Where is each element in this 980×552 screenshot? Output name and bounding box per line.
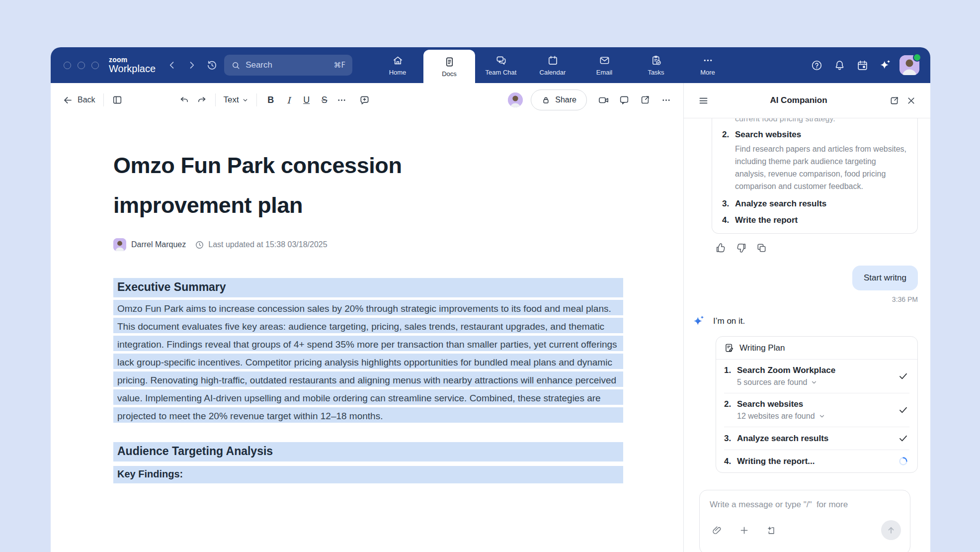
step-detail[interactable]: 5 sources are found	[737, 378, 892, 387]
message-composer[interactable]	[699, 490, 910, 552]
tab-label: Calendar	[540, 69, 566, 76]
author-name: Darrel Marquez	[131, 240, 186, 249]
ellipsis-icon	[661, 95, 671, 105]
tab-calendar[interactable]: Calendar	[527, 47, 578, 83]
collaborator-avatar[interactable]	[508, 92, 523, 107]
tab-team-chat[interactable]: Team Chat	[475, 47, 527, 83]
tab-more[interactable]: More	[682, 47, 734, 83]
chat-bubble-icon	[619, 94, 630, 105]
tab-label: More	[700, 69, 715, 76]
paperclip-icon	[712, 525, 723, 536]
step-number: 4.	[724, 457, 737, 466]
thumbs-up-button[interactable]	[715, 242, 727, 254]
plus-icon	[739, 525, 749, 536]
writing-plan-card: Writing Plan 1. Search Zoom Workplace 5 …	[716, 336, 918, 473]
nav-forward-button[interactable]	[183, 57, 200, 74]
text-style-label: Text	[224, 95, 239, 105]
window-minimize-button[interactable]	[78, 62, 85, 69]
redo-button[interactable]	[193, 92, 210, 108]
composer-toolbar	[709, 520, 901, 540]
send-message-button[interactable]	[881, 520, 901, 540]
step-done-check-icon	[898, 371, 908, 381]
open-external-icon	[640, 94, 651, 105]
avatar-photo	[113, 238, 126, 251]
user-avatar[interactable]	[899, 55, 919, 75]
thumbs-down-button[interactable]	[735, 242, 747, 254]
executive-summary-paragraph[interactable]: Omzo Fun Park aims to increase concessio…	[113, 300, 623, 425]
step-number: 3.	[722, 199, 735, 209]
add-content-button[interactable]	[735, 522, 752, 539]
add-comment-button[interactable]	[356, 92, 373, 108]
chevron-down-icon	[818, 413, 825, 420]
insert-to-doc-button[interactable]	[762, 522, 779, 539]
tab-email[interactable]: Email	[578, 47, 630, 83]
attach-file-button[interactable]	[709, 522, 726, 539]
window-close-button[interactable]	[64, 62, 71, 69]
document-meta: Darrel Marquez Last updated at 15:38 03/…	[113, 238, 683, 251]
history-button[interactable]	[203, 57, 220, 74]
schedule-button[interactable]	[854, 57, 871, 74]
writing-plan-step-2: 2. Search websites 12 websites are found	[716, 393, 917, 427]
undo-button[interactable]	[176, 92, 193, 108]
message-feedback	[715, 242, 918, 254]
last-updated: Last updated at 15:38 03/18/2025	[195, 240, 327, 250]
divider	[215, 93, 216, 106]
open-in-new-window-button[interactable]	[637, 92, 653, 108]
search-placeholder: Search	[245, 60, 272, 70]
ai-companion-button[interactable]	[877, 57, 894, 74]
pop-out-button[interactable]	[886, 92, 902, 109]
chat-button[interactable]	[616, 92, 633, 108]
tab-home[interactable]: Home	[372, 47, 423, 83]
close-panel-button[interactable]	[902, 92, 919, 109]
writing-plan-icon	[724, 343, 735, 353]
more-options-button[interactable]	[657, 92, 674, 108]
window-zoom-button[interactable]	[91, 62, 99, 69]
arrow-left-icon	[63, 95, 73, 105]
toggle-sidebar-button[interactable]	[109, 92, 126, 108]
bold-button[interactable]: B	[262, 91, 280, 109]
text-style-dropdown[interactable]: Text	[221, 94, 251, 105]
copy-button[interactable]	[755, 242, 767, 254]
tab-label: Tasks	[648, 69, 664, 76]
menu-button[interactable]	[695, 92, 712, 109]
share-label: Share	[555, 95, 576, 104]
underline-button[interactable]: U	[298, 91, 316, 109]
app-tabs: Home Docs Team Chat Calendar Email Tasks	[372, 47, 734, 83]
share-button[interactable]: Share	[531, 90, 587, 110]
step-detail-text: 5 sources are found	[737, 378, 807, 387]
step-number: 4.	[722, 215, 735, 225]
divider	[103, 93, 104, 106]
writing-plan-step-1: 1. Search Zoom Workplace 5 sources are f…	[716, 360, 917, 393]
key-findings-heading[interactable]: Key Findings:	[113, 466, 623, 483]
section-heading-executive-summary[interactable]: Executive Summary	[113, 278, 623, 297]
history-icon	[206, 60, 218, 71]
back-button[interactable]: Back	[60, 94, 98, 106]
nav-back-button[interactable]	[163, 57, 180, 74]
more-icon	[702, 55, 714, 66]
italic-button[interactable]: I	[280, 91, 298, 109]
top-bar: zoom Workplace Search ⌘F Home	[51, 47, 930, 83]
start-meeting-button[interactable]	[595, 92, 612, 108]
last-updated-text: Last updated at 15:38 03/18/2025	[208, 240, 327, 249]
tab-docs[interactable]: Docs	[423, 50, 475, 83]
notifications-button[interactable]	[831, 57, 848, 74]
copy-icon	[756, 242, 767, 254]
strikethrough-button[interactable]: S	[316, 91, 333, 109]
logo-zoom: zoom	[109, 56, 156, 64]
document-content[interactable]: Executive Summary Omzo Fun Park aims to …	[113, 278, 623, 483]
search-input[interactable]: Search ⌘F	[224, 55, 352, 76]
tab-tasks[interactable]: Tasks	[630, 47, 682, 83]
step-number: 1.	[724, 366, 737, 375]
ai-companion-sparkle-icon	[692, 314, 706, 328]
ai-conversation[interactable]: current food pricing strategy. 2. Search…	[684, 118, 930, 552]
composer-input[interactable]	[709, 499, 903, 510]
step-detail[interactable]: 12 websites are found	[737, 412, 892, 421]
more-formatting-button[interactable]	[333, 92, 350, 108]
document-title[interactable]: Omzo Fun Park concession improvement pla…	[113, 146, 521, 225]
document-canvas[interactable]: Omzo Fun Park concession improvement pla…	[51, 117, 683, 552]
help-button[interactable]	[808, 57, 825, 74]
section-heading-audience-targeting[interactable]: Audience Targeting Analysis	[113, 442, 623, 461]
comment-add-icon	[359, 94, 370, 106]
zoom-workplace-logo: zoom Workplace	[109, 56, 156, 75]
plan-step: 4. Write the report	[722, 215, 907, 225]
